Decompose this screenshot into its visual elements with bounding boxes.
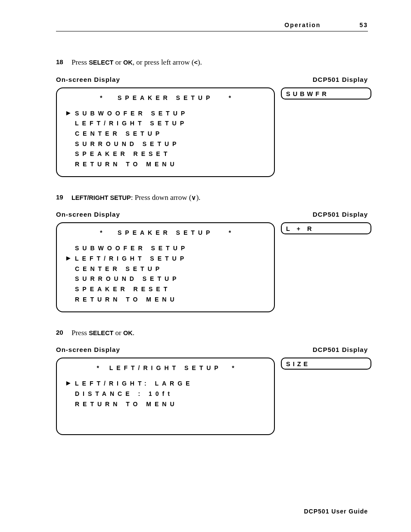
- step-text: Press SELECT or OK, or press left arrow …: [72, 57, 202, 68]
- key-ok: OK: [123, 59, 133, 66]
- key-down-arrow: ∨: [191, 194, 196, 201]
- osd-line: LEFT/RIGHT SETUP: [62, 119, 269, 128]
- osd-line: SURROUND SETUP: [62, 140, 269, 149]
- onscreen-display-19: * SPEAKER SETUP * SUBWOOFER SETUP ▶LEFT/…: [56, 222, 275, 312]
- label-onscreen: On-screen Display: [56, 346, 120, 353]
- osd-line: RETURN TO MENU: [62, 295, 269, 305]
- osd-line: DISTANCE : 10ft: [62, 389, 269, 399]
- key-select: SELECT: [89, 59, 113, 66]
- label-dcp: DCP501 Display: [313, 211, 368, 218]
- step-number: 19: [56, 193, 65, 203]
- display-pair-19: * SPEAKER SETUP * SUBWOOFER SETUP ▶LEFT/…: [56, 222, 368, 312]
- selection-arrow-icon: ▶: [66, 109, 75, 118]
- label-dcp: DCP501 Display: [313, 76, 368, 83]
- osd-line: ▶SUBWOOFER SETUP: [62, 109, 269, 118]
- dcp-display-20: SIZE: [281, 358, 371, 370]
- osd-title: * LEFT/RIGHT SETUP *: [62, 364, 269, 371]
- key-leftright-setup: LEFT/RIGHT SETUP: [72, 194, 131, 201]
- onscreen-display-18: * SPEAKER SETUP * ▶SUBWOOFER SETUP LEFT/…: [56, 87, 275, 177]
- osd-line: CENTER SETUP: [62, 264, 269, 274]
- step-text: Press SELECT or OK.: [72, 328, 134, 339]
- key-ok: OK: [123, 330, 133, 336]
- label-onscreen: On-screen Display: [56, 211, 120, 218]
- osd-line: ▶LEFT/RIGHT: LARGE: [62, 379, 269, 389]
- footer-guide-title: DCP501 User Guide: [304, 508, 368, 515]
- step-text: LEFT/RIGHT SETUP: Press down arrow (∨).: [72, 193, 200, 203]
- page-header: Operation 53: [56, 22, 368, 31]
- osd-line: SPEAKER RESET: [62, 149, 269, 159]
- page: Operation 53 18 Press SELECT or OK, or p…: [0, 0, 411, 532]
- key-select: SELECT: [89, 330, 113, 336]
- osd-line: RETURN TO MENU: [62, 400, 269, 409]
- display-labels: On-screen Display DCP501 Display: [56, 76, 368, 83]
- osd-line: SPEAKER RESET: [62, 285, 269, 294]
- osd-title: * SPEAKER SETUP *: [62, 229, 269, 236]
- display-labels: On-screen Display DCP501 Display: [56, 346, 368, 353]
- step-18: 18 Press SELECT or OK, or press left arr…: [56, 57, 368, 68]
- dcp-display-19: L + R: [281, 222, 371, 234]
- header-section: Operation: [284, 22, 321, 28]
- osd-line: RETURN TO MENU: [62, 160, 269, 169]
- osd-line: ▶LEFT/RIGHT SETUP: [62, 254, 269, 264]
- display-pair-20: * LEFT/RIGHT SETUP * ▶LEFT/RIGHT: LARGE …: [56, 358, 368, 435]
- header-page-number: 53: [359, 22, 368, 28]
- label-onscreen: On-screen Display: [56, 76, 120, 83]
- step-19: 19 LEFT/RIGHT SETUP: Press down arrow (∨…: [56, 193, 368, 203]
- step-number: 20: [56, 328, 65, 339]
- selection-arrow-icon: ▶: [66, 379, 75, 389]
- selection-arrow-icon: ▶: [66, 254, 75, 264]
- osd-title: * SPEAKER SETUP *: [62, 94, 269, 101]
- osd-line: SURROUND SETUP: [62, 274, 269, 284]
- onscreen-display-20: * LEFT/RIGHT SETUP * ▶LEFT/RIGHT: LARGE …: [56, 358, 275, 435]
- key-left-arrow: <: [194, 59, 197, 66]
- label-dcp: DCP501 Display: [313, 346, 368, 353]
- step-number: 18: [56, 57, 65, 68]
- display-labels: On-screen Display DCP501 Display: [56, 211, 368, 218]
- osd-line: CENTER SETUP: [62, 129, 269, 139]
- dcp-display-18: SUBWFR: [281, 87, 371, 100]
- display-pair-18: * SPEAKER SETUP * ▶SUBWOOFER SETUP LEFT/…: [56, 87, 368, 177]
- step-20: 20 Press SELECT or OK.: [56, 328, 368, 339]
- osd-line: SUBWOOFER SETUP: [62, 244, 269, 253]
